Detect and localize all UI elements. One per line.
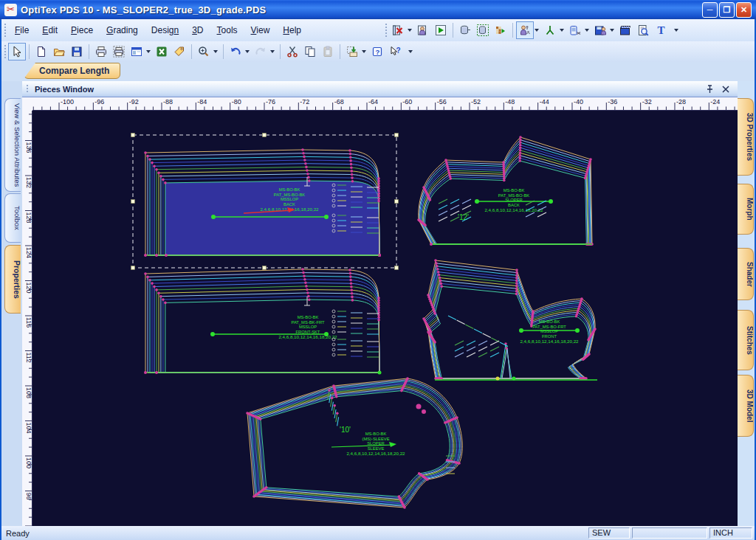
horizontal-ruler: -100-96-92-88-84-80-76-72-68-64-60-56-52… [32, 97, 738, 111]
avatar-properties-dropdown[interactable] [535, 29, 539, 32]
print-button[interactable] [92, 43, 110, 60]
menu-edit[interactable]: Edit [35, 22, 64, 38]
tripod-button[interactable] [541, 21, 559, 39]
avatar-properties-button[interactable] [516, 21, 534, 39]
select-pointer-button[interactable] [8, 43, 26, 60]
cut-button[interactable] [284, 43, 301, 60]
svg-text:112: 112 [25, 353, 32, 363]
close-3d-window-dropdown[interactable] [408, 29, 412, 32]
close-panel-icon[interactable] [721, 85, 730, 94]
new-document-button[interactable] [32, 43, 50, 60]
pattern-canvas-svg: MS-BO-BKPAT_MS-BO-BKMSSLOPBACK2,4,6,8,10… [32, 111, 738, 526]
svg-text:2,4,6,8,10,12,14,16,18,20,22: 2,4,6,8,10,12,14,16,18,20,22 [278, 334, 337, 339]
save-file-button[interactable] [68, 43, 86, 60]
svg-text:120: 120 [25, 283, 32, 294]
report-dropdown[interactable] [146, 50, 151, 53]
toolbar-main-grip[interactable] [4, 45, 6, 58]
document-search-button[interactable] [634, 21, 652, 39]
pieces-window-header[interactable]: Pieces Window [22, 81, 738, 97]
price-tag-button[interactable] [171, 43, 188, 60]
menu-view[interactable]: View [244, 22, 277, 38]
left-tab-view-selection-attributes[interactable]: View & Selection Attributes [4, 98, 21, 192]
svg-text:?: ? [376, 48, 380, 56]
scan-cut-dropdown[interactable] [585, 29, 589, 32]
svg-text:-96: -96 [94, 98, 104, 105]
excel-export-button[interactable] [153, 43, 171, 60]
svg-text:-24: -24 [710, 98, 720, 105]
toolbar-overflow-arrow[interactable] [408, 50, 413, 53]
texture-button[interactable] [492, 21, 509, 39]
zoom-icon [198, 46, 210, 58]
zoom-button[interactable] [195, 43, 213, 60]
paste-button[interactable] [319, 43, 337, 60]
print-preview-button[interactable] [110, 43, 128, 60]
tripod-dropdown[interactable] [560, 29, 564, 32]
undo-button[interactable] [227, 43, 244, 60]
zoom-dropdown[interactable] [213, 50, 218, 53]
save-avatar-button[interactable] [591, 21, 609, 39]
right-tab-stitches[interactable]: Stitches [738, 310, 754, 370]
avatar-properties-icon [519, 24, 531, 36]
menu-help[interactable]: Help [276, 22, 308, 38]
cylinder-select-button[interactable] [474, 21, 492, 39]
redo-button[interactable] [252, 43, 269, 60]
cylinder-button[interactable] [456, 21, 474, 39]
menu-bar: FileEditPieceGradingDesign3DToolsViewHel… [1, 19, 755, 41]
play-simulation-icon [435, 24, 447, 36]
excel-export-icon [156, 46, 168, 58]
context-help-button[interactable]: ? [386, 43, 404, 60]
report-button[interactable] [128, 43, 145, 60]
import-dropdown[interactable] [362, 50, 366, 53]
right-tab-3d-properties[interactable]: 3D Properties [738, 98, 754, 176]
help-button[interactable]: ? [368, 43, 386, 60]
redo-dropdown[interactable] [270, 50, 275, 53]
left-tab-properties[interactable]: Properties [4, 245, 21, 314]
svg-text:BACK: BACK [284, 202, 295, 207]
vertical-ruler: 13613212812412011611210810410096 [22, 111, 32, 526]
svg-text:-56: -56 [437, 98, 447, 105]
scan-cut-button[interactable] [566, 21, 584, 39]
svg-text:?: ? [396, 46, 401, 55]
menu-file[interactable]: File [8, 22, 35, 38]
menu-design[interactable]: Design [145, 22, 185, 38]
left-tab-toolbox[interactable]: Toolbox [4, 193, 21, 243]
menu-piece[interactable]: Piece [64, 22, 100, 38]
toolbar-overflow-arrow[interactable] [674, 29, 678, 32]
close-button[interactable]: ✕ [736, 2, 752, 18]
svg-text:MS-BO-BK: MS-BO-BK [539, 319, 560, 324]
play-simulation-button[interactable] [432, 21, 450, 39]
cylinder-select-icon [477, 24, 489, 36]
restore-button[interactable]: ❐ [719, 2, 735, 18]
right-tab-shader[interactable]: Shader [738, 248, 754, 300]
compare-length-tab[interactable]: Compare Length [24, 63, 120, 79]
svg-text:128: 128 [25, 212, 32, 224]
undo-dropdown[interactable] [245, 50, 250, 53]
pattern-canvas[interactable]: MS-BO-BKPAT_MS-BO-BKMSSLOPBACK2,4,6,8,10… [32, 111, 738, 526]
clapperboard-button[interactable] [616, 21, 634, 39]
text-annotation-button[interactable]: T [652, 21, 670, 39]
save-avatar-dropdown[interactable] [610, 29, 614, 32]
import-button[interactable] [343, 43, 361, 60]
pieces-window-title: Pieces Window [35, 85, 94, 94]
minimize-button[interactable]: ─ [702, 2, 718, 18]
app-icon: ✂ [4, 4, 17, 16]
menu-tools[interactable]: Tools [210, 22, 244, 38]
pieces-window-grip[interactable] [27, 85, 28, 94]
tripod-icon [544, 24, 556, 36]
copy-button[interactable] [301, 43, 319, 60]
right-tab-3d-model[interactable]: 3D Model [738, 375, 754, 437]
avatar-button[interactable] [414, 21, 432, 39]
close-3d-window-button[interactable] [389, 21, 407, 39]
open-file-button[interactable] [50, 43, 68, 60]
menu-grading[interactable]: Grading [100, 22, 145, 38]
pin-icon[interactable] [705, 85, 714, 94]
svg-text:116: 116 [25, 317, 32, 328]
piece-bodice-front: MS-BO-BKPAT_MS-BO-FRTMSSLOPFRONT2,4,6,8,… [422, 259, 597, 380]
toolbar-3d-grip[interactable] [385, 24, 387, 37]
menu-3d[interactable]: 3D [185, 22, 210, 38]
svg-text:-60: -60 [402, 98, 412, 105]
svg-text:PAT_MS-BK-FRT: PAT_MS-BK-FRT [291, 320, 325, 325]
right-tab-morph[interactable]: Morph [738, 184, 754, 235]
menu-grip[interactable] [4, 24, 6, 37]
print-icon [95, 46, 107, 58]
